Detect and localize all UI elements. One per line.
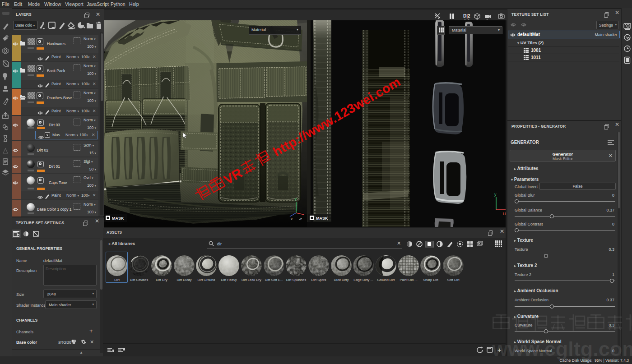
svg-text:MASK: MASK — [316, 216, 328, 221]
svg-text:x: x — [291, 217, 293, 221]
svg-text:D|2: D|2 — [463, 14, 470, 18]
svg-text:-z: -z — [299, 217, 302, 221]
svg-text:U: U — [503, 212, 506, 216]
svg-text:Y: Y — [294, 197, 297, 202]
svg-text:MASK: MASK — [112, 216, 124, 221]
svg-text:y: y — [494, 192, 497, 197]
